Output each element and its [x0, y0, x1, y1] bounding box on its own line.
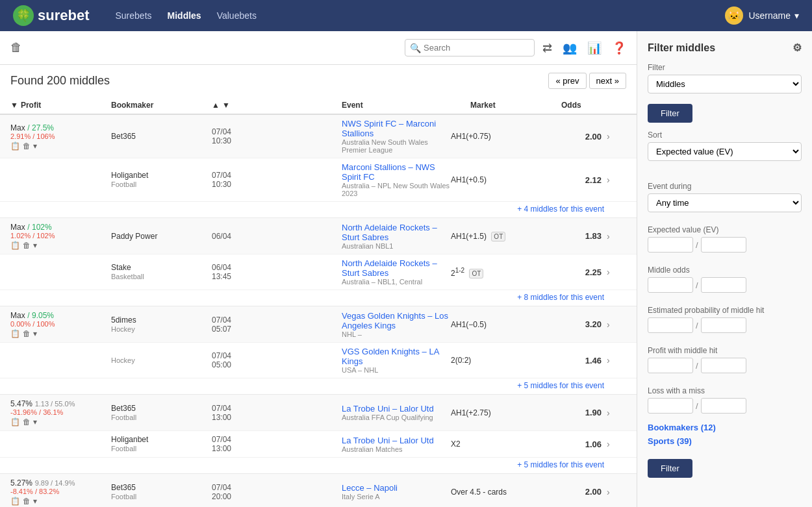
chevron-icon-3b[interactable]: › [607, 355, 626, 365]
event-during-select[interactable]: Any time [648, 193, 802, 212]
profit-max-3: Max / 9.05% [10, 310, 111, 320]
sort-select[interactable]: Expected value (EV) [648, 142, 802, 161]
market-cell-3b: 2(0:2) [451, 356, 542, 365]
logo[interactable]: 🍀 surebet [13, 5, 89, 26]
prev-button[interactable]: « prev [548, 73, 586, 89]
time-cell-2a: 06/04 [212, 232, 342, 241]
delete-icon-4[interactable]: 🗑 [23, 417, 31, 427]
event-name-2a[interactable]: North Adelaide Rockets – Sturt Sabres [342, 223, 451, 242]
profit-icons-2: 📋 🗑 ▾ [10, 241, 111, 250]
chevron-icon-2[interactable]: › [607, 231, 626, 241]
calc-icon[interactable]: 📋 [10, 142, 20, 151]
calc-icon-4[interactable]: 📋 [10, 417, 20, 427]
middle-odds-min-input[interactable] [648, 277, 693, 293]
bookmaker-cell-2a: Paddy Power [111, 232, 212, 241]
chevron-icon-2b[interactable]: › [607, 267, 626, 277]
profit-max-4: 5.47% 1.13 / 55.0% [10, 399, 111, 408]
event-name-2b[interactable]: North Adelaide Rockets – Sturt Sabres [342, 258, 451, 278]
dropdown-icon-2[interactable]: ▾ [33, 241, 37, 250]
bookmakers-link[interactable]: Bookmakers (12) [648, 423, 802, 432]
loss-miss-max-input[interactable] [701, 398, 746, 414]
calc-icon-2[interactable]: 📋 [10, 241, 20, 250]
event-name-5a[interactable]: Lecce – Napoli [342, 483, 451, 493]
event-col-sort[interactable]: ▲ ▼ [212, 101, 342, 110]
chevron-icon-1b[interactable]: › [607, 175, 626, 185]
loss-miss-min-input[interactable] [648, 398, 693, 414]
chevron-icon-3[interactable]: › [607, 319, 626, 330]
filter-button-2[interactable]: Filter [648, 459, 692, 478]
profit-cell-2: Max / 102% 1.02% / 102% 📋 🗑 ▾ [10, 222, 111, 250]
loss-miss-label: Loss with a miss [648, 386, 802, 395]
market-cell-2b: 21-2 OT [451, 267, 542, 278]
profit-hit-max-input[interactable] [701, 358, 746, 373]
sport-label-4a: Football [111, 414, 136, 421]
delete-icon-5[interactable]: 🗑 [23, 497, 31, 506]
nav-surebets[interactable]: Surebets [115, 10, 151, 21]
chart-icon[interactable]: 📊 [587, 41, 602, 55]
table-row: Max / 9.05% 0.00% / 100% 📋 🗑 ▾ 5dimesHoc… [0, 306, 637, 343]
event-name-4b[interactable]: La Trobe Uni – Lalor Utd [342, 436, 451, 445]
calc-icon-3[interactable]: 📋 [10, 329, 20, 338]
event-cell-4a: La Trobe Uni – Lalor Utd Australia FFA C… [342, 404, 451, 421]
share-icon[interactable]: 👥 [563, 41, 577, 55]
more-middles-2[interactable]: + 8 middles for this event [0, 290, 637, 306]
sort-up-icon: ▲ [212, 101, 220, 110]
middle-odds-sep: / [696, 280, 698, 290]
header: 🍀 surebet Surebets Middles Valuebets 🐱 U… [0, 0, 812, 31]
next-button[interactable]: next » [589, 73, 626, 89]
sports-link[interactable]: Sports (39) [648, 436, 802, 446]
more-middles-4[interactable]: + 5 middles for this event [0, 458, 637, 473]
nav-middles[interactable]: Middles [168, 10, 201, 21]
event-league-3b: USA – NHL [342, 366, 451, 374]
toolbar-icons-right: ⇄ 👥 📊 ❓ [542, 41, 626, 55]
refresh-icon[interactable]: ⇄ [542, 41, 552, 55]
event-name-1a[interactable]: NWS Spirit FC – Marconi Stallions [342, 119, 451, 138]
username-button[interactable]: Username ▾ [748, 10, 799, 21]
ot-badge-2: OT [469, 269, 483, 278]
trash-icon[interactable]: 🗑 [10, 41, 22, 55]
market-cell-4a: AH1(+2.75) [451, 408, 542, 417]
delete-icon-2[interactable]: 🗑 [23, 241, 31, 250]
filter-button[interactable]: Filter [648, 104, 692, 123]
more-middles-3[interactable]: + 5 middles for this event [0, 378, 637, 394]
event-league-1b: Australia – NPL New South Wales 2023 [342, 182, 451, 197]
ev-min-input[interactable] [648, 237, 693, 253]
help-icon[interactable]: ❓ [612, 41, 626, 55]
nav-valuebets[interactable]: Valuebets [217, 10, 257, 21]
event-league-4b: Australian Matches [342, 445, 451, 453]
odds-cell-1a: 2.00 [542, 132, 607, 142]
gear-icon[interactable]: ⚙ [793, 42, 802, 54]
event-name-4a[interactable]: La Trobe Uni – Lalor Utd [342, 404, 451, 414]
delete-icon-3[interactable]: 🗑 [23, 329, 31, 338]
ot-badge: OT [491, 232, 505, 241]
middle-odds-max-input[interactable] [701, 277, 746, 293]
search-input[interactable] [405, 39, 535, 56]
sport-label-5a: Football [111, 493, 136, 501]
dropdown-icon[interactable]: ▾ [33, 142, 37, 151]
bookmaker-cell-4a: Bet365Football [111, 404, 212, 422]
event-name-1b[interactable]: Marconi Stallions – NWS Spirit FC [342, 162, 451, 182]
event-league-3a: NHL – [342, 330, 451, 338]
chevron-icon-1[interactable]: › [607, 131, 626, 142]
market-cell-2a: AH1(+1.5) OT [451, 232, 542, 241]
delete-icon[interactable]: 🗑 [23, 142, 31, 151]
dropdown-icon-3[interactable]: ▾ [33, 329, 37, 338]
profit-col-header[interactable]: ▼ Profit [10, 101, 111, 110]
dropdown-icon-5[interactable]: ▾ [33, 497, 37, 506]
dropdown-icon-4[interactable]: ▾ [33, 417, 37, 427]
ev-max-input[interactable] [701, 237, 746, 253]
search-icon: 🔍 [410, 43, 421, 53]
chevron-icon-5[interactable]: › [607, 487, 626, 497]
market-cell-3a: AH1(−0.5) [451, 320, 542, 329]
filter-select[interactable]: Middles [648, 75, 802, 93]
time-cell-4a: 07/0413:00 [212, 404, 342, 422]
more-middles-1[interactable]: + 4 middles for this event [0, 202, 637, 217]
event-name-3a[interactable]: Vegas Golden Knights – Los Angeles Kings [342, 311, 451, 330]
prob-max-input[interactable] [701, 317, 746, 333]
chevron-icon-4b[interactable]: › [607, 439, 626, 449]
profit-hit-min-input[interactable] [648, 358, 693, 373]
prob-min-input[interactable] [648, 317, 693, 333]
event-name-3b[interactable]: VGS Golden Knights – LA Kings [342, 347, 451, 366]
chevron-icon-4[interactable]: › [607, 408, 626, 418]
calc-icon-5[interactable]: 📋 [10, 497, 20, 506]
